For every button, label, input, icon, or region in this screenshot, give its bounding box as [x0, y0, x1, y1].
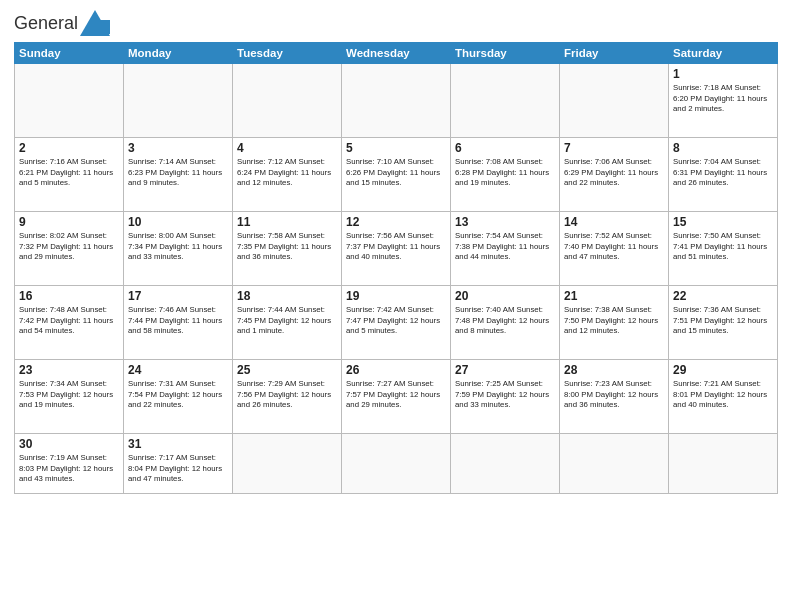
- day-number: 31: [128, 437, 228, 451]
- day-number: 25: [237, 363, 337, 377]
- day-info: Sunrise: 7:50 AM Sunset: 7:41 PM Dayligh…: [673, 231, 773, 263]
- day-number: 10: [128, 215, 228, 229]
- day-number: 30: [19, 437, 119, 451]
- weekday-header: Monday: [124, 43, 233, 64]
- day-info: Sunrise: 7:23 AM Sunset: 8:00 PM Dayligh…: [564, 379, 664, 411]
- calendar-cell: 1Sunrise: 7:18 AM Sunset: 6:20 PM Daylig…: [669, 64, 778, 138]
- day-number: 8: [673, 141, 773, 155]
- day-number: 28: [564, 363, 664, 377]
- calendar-cell: [124, 64, 233, 138]
- calendar-cell: [451, 434, 560, 494]
- day-info: Sunrise: 8:00 AM Sunset: 7:34 PM Dayligh…: [128, 231, 228, 263]
- calendar-table: SundayMondayTuesdayWednesdayThursdayFrid…: [14, 42, 778, 494]
- calendar-cell: 18Sunrise: 7:44 AM Sunset: 7:45 PM Dayli…: [233, 286, 342, 360]
- day-info: Sunrise: 7:40 AM Sunset: 7:48 PM Dayligh…: [455, 305, 555, 337]
- calendar-cell: 19Sunrise: 7:42 AM Sunset: 7:47 PM Dayli…: [342, 286, 451, 360]
- day-info: Sunrise: 7:17 AM Sunset: 8:04 PM Dayligh…: [128, 453, 228, 485]
- calendar-cell: 9Sunrise: 8:02 AM Sunset: 7:32 PM Daylig…: [15, 212, 124, 286]
- calendar-cell: 31Sunrise: 7:17 AM Sunset: 8:04 PM Dayli…: [124, 434, 233, 494]
- day-number: 13: [455, 215, 555, 229]
- day-number: 2: [19, 141, 119, 155]
- calendar-header: SundayMondayTuesdayWednesdayThursdayFrid…: [15, 43, 778, 64]
- calendar-cell: 13Sunrise: 7:54 AM Sunset: 7:38 PM Dayli…: [451, 212, 560, 286]
- day-info: Sunrise: 7:48 AM Sunset: 7:42 PM Dayligh…: [19, 305, 119, 337]
- day-info: Sunrise: 7:06 AM Sunset: 6:29 PM Dayligh…: [564, 157, 664, 189]
- calendar-cell: 17Sunrise: 7:46 AM Sunset: 7:44 PM Dayli…: [124, 286, 233, 360]
- day-number: 21: [564, 289, 664, 303]
- calendar-week-row: 1Sunrise: 7:18 AM Sunset: 6:20 PM Daylig…: [15, 64, 778, 138]
- calendar-cell: 25Sunrise: 7:29 AM Sunset: 7:56 PM Dayli…: [233, 360, 342, 434]
- weekday-header: Wednesday: [342, 43, 451, 64]
- calendar-cell: 27Sunrise: 7:25 AM Sunset: 7:59 PM Dayli…: [451, 360, 560, 434]
- calendar-cell: 20Sunrise: 7:40 AM Sunset: 7:48 PM Dayli…: [451, 286, 560, 360]
- day-info: Sunrise: 7:14 AM Sunset: 6:23 PM Dayligh…: [128, 157, 228, 189]
- calendar-cell: [15, 64, 124, 138]
- day-info: Sunrise: 7:56 AM Sunset: 7:37 PM Dayligh…: [346, 231, 446, 263]
- calendar-cell: 22Sunrise: 7:36 AM Sunset: 7:51 PM Dayli…: [669, 286, 778, 360]
- logo-icon: [80, 10, 110, 36]
- calendar-cell: 23Sunrise: 7:34 AM Sunset: 7:53 PM Dayli…: [15, 360, 124, 434]
- calendar-cell: 26Sunrise: 7:27 AM Sunset: 7:57 PM Dayli…: [342, 360, 451, 434]
- day-info: Sunrise: 7:42 AM Sunset: 7:47 PM Dayligh…: [346, 305, 446, 337]
- calendar-week-row: 2Sunrise: 7:16 AM Sunset: 6:21 PM Daylig…: [15, 138, 778, 212]
- day-number: 4: [237, 141, 337, 155]
- day-number: 27: [455, 363, 555, 377]
- day-number: 1: [673, 67, 773, 81]
- day-info: Sunrise: 7:38 AM Sunset: 7:50 PM Dayligh…: [564, 305, 664, 337]
- calendar-cell: 29Sunrise: 7:21 AM Sunset: 8:01 PM Dayli…: [669, 360, 778, 434]
- day-number: 6: [455, 141, 555, 155]
- calendar-cell: 3Sunrise: 7:14 AM Sunset: 6:23 PM Daylig…: [124, 138, 233, 212]
- weekday-header: Saturday: [669, 43, 778, 64]
- day-info: Sunrise: 7:04 AM Sunset: 6:31 PM Dayligh…: [673, 157, 773, 189]
- calendar-cell: [233, 64, 342, 138]
- calendar-cell: [560, 64, 669, 138]
- calendar-cell: [342, 64, 451, 138]
- weekday-header: Sunday: [15, 43, 124, 64]
- calendar-cell: [233, 434, 342, 494]
- calendar-week-row: 16Sunrise: 7:48 AM Sunset: 7:42 PM Dayli…: [15, 286, 778, 360]
- day-number: 11: [237, 215, 337, 229]
- day-info: Sunrise: 7:25 AM Sunset: 7:59 PM Dayligh…: [455, 379, 555, 411]
- weekday-header: Tuesday: [233, 43, 342, 64]
- page: General SundayMondayTuesdayWednesdayThur…: [0, 0, 792, 502]
- day-info: Sunrise: 7:36 AM Sunset: 7:51 PM Dayligh…: [673, 305, 773, 337]
- day-number: 3: [128, 141, 228, 155]
- day-number: 14: [564, 215, 664, 229]
- day-info: Sunrise: 7:52 AM Sunset: 7:40 PM Dayligh…: [564, 231, 664, 263]
- calendar-cell: 28Sunrise: 7:23 AM Sunset: 8:00 PM Dayli…: [560, 360, 669, 434]
- day-info: Sunrise: 7:54 AM Sunset: 7:38 PM Dayligh…: [455, 231, 555, 263]
- day-info: Sunrise: 7:16 AM Sunset: 6:21 PM Dayligh…: [19, 157, 119, 189]
- day-number: 16: [19, 289, 119, 303]
- day-info: Sunrise: 7:29 AM Sunset: 7:56 PM Dayligh…: [237, 379, 337, 411]
- day-info: Sunrise: 7:31 AM Sunset: 7:54 PM Dayligh…: [128, 379, 228, 411]
- day-info: Sunrise: 7:27 AM Sunset: 7:57 PM Dayligh…: [346, 379, 446, 411]
- calendar-cell: 8Sunrise: 7:04 AM Sunset: 6:31 PM Daylig…: [669, 138, 778, 212]
- header: General: [14, 10, 778, 36]
- day-number: 12: [346, 215, 446, 229]
- day-number: 17: [128, 289, 228, 303]
- calendar-body: 1Sunrise: 7:18 AM Sunset: 6:20 PM Daylig…: [15, 64, 778, 494]
- day-info: Sunrise: 7:19 AM Sunset: 8:03 PM Dayligh…: [19, 453, 119, 485]
- calendar-cell: [560, 434, 669, 494]
- day-info: Sunrise: 7:58 AM Sunset: 7:35 PM Dayligh…: [237, 231, 337, 263]
- svg-rect-1: [98, 20, 110, 34]
- weekday-header: Thursday: [451, 43, 560, 64]
- day-number: 7: [564, 141, 664, 155]
- day-number: 15: [673, 215, 773, 229]
- day-number: 18: [237, 289, 337, 303]
- calendar-week-row: 30Sunrise: 7:19 AM Sunset: 8:03 PM Dayli…: [15, 434, 778, 494]
- day-number: 5: [346, 141, 446, 155]
- day-number: 20: [455, 289, 555, 303]
- logo-text: General: [14, 13, 78, 34]
- day-number: 26: [346, 363, 446, 377]
- calendar-cell: 2Sunrise: 7:16 AM Sunset: 6:21 PM Daylig…: [15, 138, 124, 212]
- calendar-cell: [342, 434, 451, 494]
- day-number: 23: [19, 363, 119, 377]
- day-number: 24: [128, 363, 228, 377]
- day-number: 29: [673, 363, 773, 377]
- calendar-cell: 21Sunrise: 7:38 AM Sunset: 7:50 PM Dayli…: [560, 286, 669, 360]
- calendar-cell: 6Sunrise: 7:08 AM Sunset: 6:28 PM Daylig…: [451, 138, 560, 212]
- calendar-cell: 4Sunrise: 7:12 AM Sunset: 6:24 PM Daylig…: [233, 138, 342, 212]
- day-number: 9: [19, 215, 119, 229]
- weekday-row: SundayMondayTuesdayWednesdayThursdayFrid…: [15, 43, 778, 64]
